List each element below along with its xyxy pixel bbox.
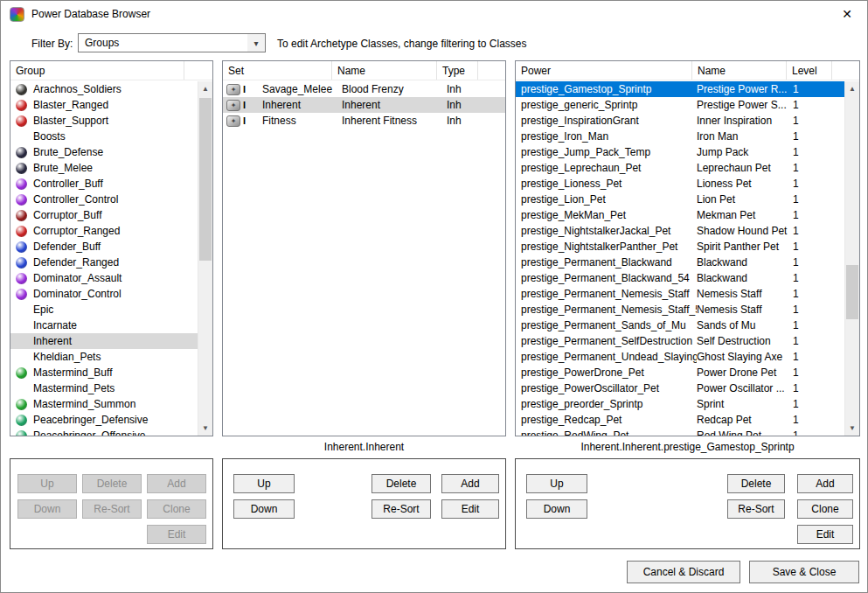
group-list-item[interactable]: Peacebringer_Offensive	[10, 428, 198, 436]
power-cell-name: Blackwand	[697, 272, 793, 284]
power-cell-id: prestige_Permanent_SelfDestruction	[521, 335, 697, 347]
power-cell-level: 1	[793, 193, 844, 206]
power-list-item[interactable]: prestige_Lioness_Pet Lioness Pet 1	[516, 176, 844, 192]
power-list-item[interactable]: prestige_Permanent_Blackwand_54 Blackwan…	[516, 270, 844, 286]
power-list-item[interactable]: prestige_Lion_Pet Lion Pet 1	[516, 192, 844, 207]
set-up-button[interactable]: Up	[233, 474, 295, 493]
power-list-item[interactable]: prestige_Leprechaun_Pet Leprechaun Pet 1	[516, 160, 844, 176]
powers-header-row: Power Name Level	[516, 61, 859, 80]
power-list-item[interactable]: prestige_Permanent_Blackwand Blackwand 1	[516, 255, 844, 270]
power-list-item[interactable]: prestige_NightstalkerPanther_Pet Spirit …	[516, 239, 844, 255]
set-down-button[interactable]: Down	[233, 499, 295, 519]
power-list-item[interactable]: prestige_Iron_Man Iron Man 1	[516, 129, 844, 144]
power-list-item[interactable]: prestige_Gamestop_Sprintp Prestige Power…	[516, 81, 844, 97]
group-list-item[interactable]: Epic	[10, 302, 198, 317]
power-edit-button[interactable]: Edit	[797, 525, 853, 544]
column-header-power[interactable]: Power	[516, 61, 692, 80]
group-list-item[interactable]: Boosts	[10, 129, 198, 144]
power-list-item[interactable]: prestige_generic_Sprintp Prestige Power …	[516, 97, 844, 113]
group-list-item[interactable]: Controller_Buff	[10, 176, 198, 192]
power-list-item[interactable]: prestige_Redcap_Pet Redcap Pet 1	[516, 412, 844, 428]
column-header-set-type[interactable]: Type	[437, 61, 478, 80]
power-cell-id: prestige_Iron_Man	[521, 130, 697, 143]
scroll-up-icon[interactable]: ▲	[845, 81, 859, 96]
group-list-item[interactable]: Corruptor_Buff	[10, 207, 198, 223]
power-delete-button[interactable]: Delete	[727, 474, 785, 493]
group-list-item[interactable]: Mastermind_Summon	[10, 396, 198, 412]
power-list-item[interactable]: prestige_Permanent_SelfDestruction Self …	[516, 333, 844, 349]
power-down-button[interactable]: Down	[526, 499, 587, 519]
group-list-item[interactable]: Mastermind_Pets	[10, 380, 198, 396]
set-delete-button[interactable]: Delete	[372, 474, 431, 493]
power-cell-id: prestige_Permanent_Blackwand_54	[521, 272, 697, 284]
power-buttons-box: Up Delete Add Down Re-Sort Clone Edit	[515, 458, 860, 549]
group-list-item[interactable]: Kheldian_Pets	[10, 349, 198, 365]
power-clone-button[interactable]: Clone	[797, 499, 853, 519]
set-edit-button[interactable]: Edit	[441, 499, 499, 519]
power-resort-button[interactable]: Re-Sort	[727, 499, 785, 519]
group-list-item[interactable]: Controller_Control	[10, 192, 198, 207]
scroll-down-icon[interactable]: ▼	[198, 421, 212, 436]
group-icon	[16, 367, 27, 379]
power-list-item[interactable]: prestige_RedWing_Pet Red Wing Pet 1	[516, 428, 844, 436]
power-list-item[interactable]: prestige_NightstalkerJackal_Pet Shadow H…	[516, 223, 844, 239]
group-list-item[interactable]: Mastermind_Buff	[10, 365, 198, 380]
power-cell-id: prestige_Lioness_Pet	[521, 178, 697, 190]
filter-dropdown[interactable]: Groups ▾	[78, 33, 266, 52]
power-set-icon: ✦	[226, 84, 240, 95]
column-header-set-name[interactable]: Name	[332, 61, 437, 80]
group-list-item[interactable]: Arachnos_Soldiers	[10, 81, 198, 97]
power-list-item[interactable]: prestige_Jump_Pack_Temp Jump Pack 1	[516, 144, 844, 160]
set-cell-type: Inh	[447, 99, 505, 111]
set-list-item[interactable]: ✦ I Fitness Inherent Fitness Inh	[223, 113, 505, 129]
power-list-item[interactable]: prestige_Permanent_Undead_Slaying_... Gh…	[516, 349, 844, 365]
power-add-button[interactable]: Add	[797, 474, 853, 493]
powers-scrollbar[interactable]: ▲ ▼	[844, 81, 859, 436]
powers-scrollbar-thumb[interactable]	[846, 265, 858, 319]
group-list-item[interactable]: Dominator_Control	[10, 286, 198, 302]
power-list-item[interactable]: prestige_InspirationGrant Inner Inspirat…	[516, 113, 844, 129]
power-cell-level: 1	[793, 272, 844, 284]
group-list-item[interactable]: Corruptor_Ranged	[10, 223, 198, 239]
scroll-up-icon[interactable]: ▲	[198, 81, 212, 96]
group-list-item[interactable]: Defender_Buff	[10, 239, 198, 255]
power-list-item[interactable]: prestige_PowerDrone_Pet Power Drone Pet …	[516, 365, 844, 380]
save-close-button[interactable]: Save & Close	[749, 561, 859, 583]
group-icon	[16, 273, 27, 284]
group-label: Defender_Ranged	[33, 256, 119, 269]
column-header-level[interactable]: Level	[787, 61, 832, 80]
group-list-item[interactable]: Peacebringer_Defensive	[10, 412, 198, 428]
close-button[interactable]: ✕	[827, 1, 867, 27]
power-list-item[interactable]: prestige_Permanent_Sands_of_Mu Sands of …	[516, 317, 844, 333]
column-header-spacer	[832, 61, 859, 80]
group-list-item[interactable]: Defender_Ranged	[10, 255, 198, 270]
group-list-item[interactable]: Brute_Melee	[10, 160, 198, 176]
groups-scrollbar[interactable]: ▲ ▼	[198, 81, 212, 436]
groups-scrollbar-thumb[interactable]	[199, 98, 212, 261]
power-list-item[interactable]: prestige_preorder_Sprintp Sprint 1	[516, 396, 844, 412]
power-list-item[interactable]: prestige_Permanent_Nemesis_Staff_54 Neme…	[516, 302, 844, 317]
column-header-power-name[interactable]: Name	[692, 61, 787, 80]
group-list-item[interactable]: Inherent	[10, 333, 198, 349]
power-list-item[interactable]: prestige_PowerOscillator_Pet Power Oscil…	[516, 380, 844, 396]
group-list-item[interactable]: Dominator_Assault	[10, 270, 198, 286]
scroll-down-icon[interactable]: ▼	[845, 421, 859, 436]
group-list-item[interactable]: Brute_Defense	[10, 144, 198, 160]
column-header-group[interactable]: Group	[10, 61, 184, 80]
power-up-button[interactable]: Up	[526, 474, 587, 493]
power-cell-level: 1	[793, 162, 844, 174]
set-add-button[interactable]: Add	[441, 474, 499, 493]
column-header-set[interactable]: Set	[223, 61, 332, 80]
group-list-item[interactable]: Blaster_Support	[10, 113, 198, 129]
set-list-item[interactable]: ✦ I Inherent Inherent Inh	[223, 97, 505, 113]
cancel-discard-button[interactable]: Cancel & Discard	[627, 561, 740, 583]
power-cell-id: prestige_preorder_Sprintp	[521, 398, 697, 410]
set-resort-button[interactable]: Re-Sort	[372, 499, 431, 519]
group-list-item[interactable]: Blaster_Ranged	[10, 97, 198, 113]
power-cell-name: Shadow Hound Pet	[697, 225, 793, 237]
power-list-item[interactable]: prestige_Permanent_Nemesis_Staff Nemesis…	[516, 286, 844, 302]
group-list-item[interactable]: Incarnate	[10, 317, 198, 333]
power-cell-level: 1	[793, 225, 844, 237]
power-list-item[interactable]: prestige_MekMan_Pet Mekman Pet 1	[516, 207, 844, 223]
set-list-item[interactable]: ✦ I Savage_Melee Blood Frenzy Inh	[223, 81, 505, 97]
